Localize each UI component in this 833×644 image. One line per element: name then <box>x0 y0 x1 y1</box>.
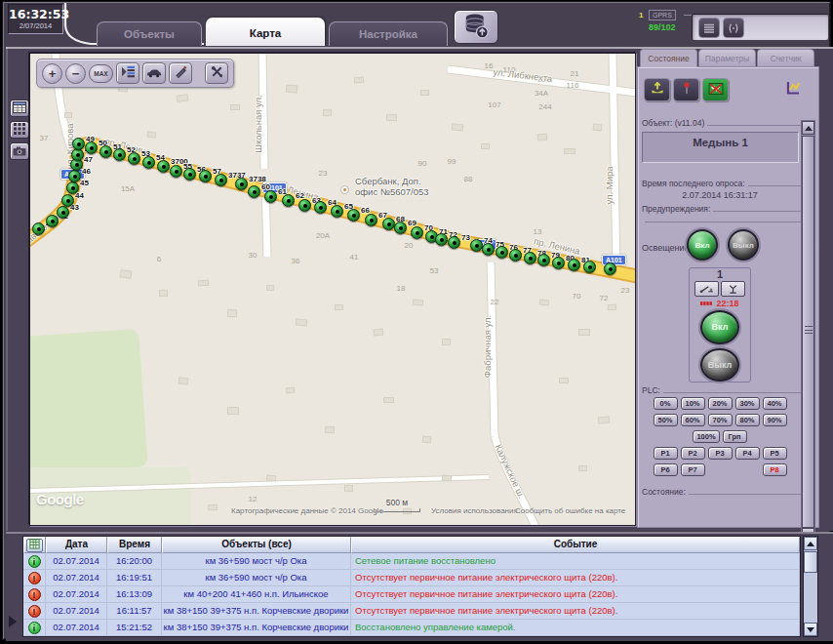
tab-status[interactable]: Состояние <box>640 49 697 67</box>
route-marker[interactable]: 78 <box>524 252 536 264</box>
events-scrollbar-thumb[interactable] <box>804 551 817 573</box>
plc-button-P2[interactable]: P2 <box>681 447 705 460</box>
route-marker[interactable]: 79 <box>537 254 550 266</box>
date-header[interactable]: Дата <box>46 537 107 553</box>
scroll-up-button[interactable] <box>802 121 814 135</box>
route-marker[interactable]: 3700 <box>157 160 170 173</box>
tab-settings[interactable]: Настройка <box>329 21 448 46</box>
route-marker[interactable] <box>604 262 616 275</box>
route-marker[interactable]: 3737 <box>215 174 227 186</box>
object-list[interactable]: Медынь 1 <box>642 132 799 163</box>
route-marker[interactable]: 57 <box>199 170 212 182</box>
measure-button[interactable] <box>169 62 192 84</box>
send-command-button[interactable] <box>644 78 670 101</box>
route-marker[interactable]: 45 <box>66 181 79 194</box>
channel-off-button[interactable]: Выкл <box>700 348 739 382</box>
plc-button-40%[interactable]: 40% <box>763 397 787 410</box>
route-marker[interactable]: 3738 <box>235 178 248 190</box>
tab-map[interactable]: Карта <box>206 18 325 46</box>
plc-button-100%[interactable]: 100% <box>693 430 719 443</box>
route-marker[interactable]: 52 <box>113 148 126 161</box>
brackets-button[interactable] <box>723 18 744 38</box>
route-marker[interactable]: 75 <box>482 243 495 256</box>
plc-button-50%[interactable]: 50% <box>654 414 678 426</box>
events-expander[interactable] <box>9 616 17 627</box>
plc-button-P3[interactable]: P3 <box>708 447 733 460</box>
zoom-max-button[interactable]: MAX <box>89 64 113 83</box>
plc-button-P8[interactable]: P8 <box>763 463 787 476</box>
route-marker[interactable]: 49 <box>72 138 85 150</box>
tab-counter[interactable]: Счетчик <box>757 49 814 67</box>
event-row[interactable]: i02.07.201415:21:52км 38+150 39+375 н.п.… <box>23 620 800 636</box>
events-scrollbar[interactable] <box>803 536 818 637</box>
keypad-button[interactable] <box>10 121 29 139</box>
route-marker[interactable]: 76 <box>496 246 508 259</box>
database-button[interactable] <box>454 10 498 44</box>
snapshot-button[interactable] <box>10 142 29 160</box>
route-marker[interactable]: 77 <box>509 249 522 262</box>
plc-button-80%[interactable]: 80% <box>735 414 760 426</box>
event-row[interactable]: i02.07.201416:20:00км 36+590 мост ч/р Ок… <box>23 553 800 570</box>
route-marker[interactable]: 80 <box>552 257 565 269</box>
objects-header[interactable]: Объекты (все) <box>162 537 351 553</box>
tab-objects[interactable]: Объекты <box>97 21 202 46</box>
route-marker[interactable]: 70 <box>411 226 423 239</box>
lighting-off-button[interactable]: Выкл <box>728 229 759 261</box>
switch-mode-button[interactable] <box>694 281 719 297</box>
channel-on-button[interactable]: Вкл <box>700 310 739 344</box>
scrollbar-thumb[interactable] <box>802 136 814 528</box>
chart-button[interactable] <box>782 78 804 101</box>
locate-button[interactable] <box>673 78 699 101</box>
plc-button-60%[interactable]: 60% <box>681 414 705 426</box>
vehicle-button[interactable] <box>142 62 166 84</box>
event-row[interactable]: !02.07.201416:13:09км 40+200 41+460 н.п.… <box>23 586 800 603</box>
lamp-mode-button[interactable] <box>721 281 745 297</box>
map[interactable]: 3715A623211634A1101141161072449988903020… <box>29 53 636 526</box>
track-list-button[interactable] <box>116 62 139 84</box>
route-marker[interactable]: 55 <box>170 165 182 178</box>
route-marker[interactable]: 64 <box>314 201 327 214</box>
plc-button-P6[interactable]: P6 <box>654 463 678 476</box>
plc-button-20%[interactable]: 20% <box>708 397 733 410</box>
report-error-link[interactable]: Сообщить об ошибке на карте <box>515 506 625 515</box>
lighting-on-button[interactable]: Вкл <box>687 229 718 261</box>
route-marker[interactable]: 61 <box>264 190 277 203</box>
gps-disabled-button[interactable] <box>702 78 729 101</box>
route-marker[interactable]: 56 <box>183 168 196 181</box>
route-marker[interactable]: 69 <box>394 221 407 234</box>
event-row[interactable]: !02.07.201416:19:51км 36+590 мост ч/р Ок… <box>23 570 800 586</box>
plc-button-P4[interactable]: P4 <box>735 447 760 460</box>
route-marker[interactable]: 43 <box>57 206 69 219</box>
route-marker[interactable]: 54 <box>142 156 155 169</box>
route-marker[interactable]: 60 <box>248 185 260 198</box>
route-marker[interactable] <box>583 261 596 273</box>
route-marker[interactable]: 72 <box>435 233 448 246</box>
plc-button-P1[interactable]: P1 <box>654 447 678 460</box>
route-marker[interactable]: 66 <box>347 209 360 221</box>
grid-view-button[interactable] <box>10 100 29 117</box>
panel-scrollbar[interactable] <box>801 120 815 543</box>
route-marker[interactable]: 53 <box>128 152 140 165</box>
time-header[interactable]: Время <box>107 537 162 553</box>
zoom-in-button[interactable]: + <box>42 63 62 84</box>
events-scroll-up-button[interactable] <box>804 537 817 550</box>
route-marker[interactable]: 46 <box>68 170 81 182</box>
event-header[interactable]: Событие <box>351 537 800 553</box>
terms-link[interactable]: Условия использования <box>431 506 518 515</box>
plc-button-Грп[interactable]: Грп <box>723 430 747 443</box>
route-marker[interactable]: 41 <box>32 222 45 235</box>
event-row[interactable]: !02.07.201416:11:57км 38+150 39+375 н.п.… <box>23 603 800 620</box>
tab-params[interactable]: Параметры <box>698 49 756 67</box>
export-button[interactable] <box>26 539 43 552</box>
plc-button-P5[interactable]: P5 <box>763 447 787 460</box>
route-marker[interactable]: 42 <box>46 215 59 227</box>
plc-button-P7[interactable]: P7 <box>681 463 705 476</box>
zoom-out-button[interactable]: − <box>65 63 86 84</box>
events-scroll-down-button[interactable] <box>804 623 817 636</box>
route-marker[interactable]: 65 <box>331 205 343 218</box>
route-marker[interactable]: 50 <box>85 141 98 154</box>
route-marker[interactable]: 62 <box>282 194 295 207</box>
route-marker[interactable]: 44 <box>61 194 74 207</box>
route-marker[interactable]: 51 <box>99 145 112 158</box>
tools-button[interactable] <box>205 62 228 84</box>
